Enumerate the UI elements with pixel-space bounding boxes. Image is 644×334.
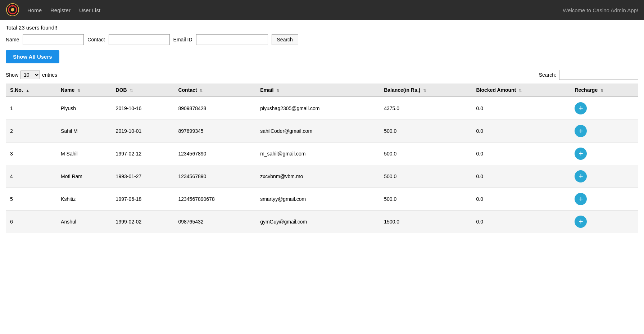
recharge-button[interactable]: + [575,216,587,228]
cell-recharge: + [570,143,638,165]
navbar: Home Register User List Welcome to Casin… [0,0,644,20]
cell-blocked: 0.0 [472,211,571,233]
users-table: S.No. Name DOB Contact Email [6,84,638,233]
table-header: S.No. Name DOB Contact Email [6,84,638,97]
cell-balance: 1500.0 [380,211,472,233]
nav-links: Home Register User List [27,7,100,13]
cell-sno: 4 [6,165,56,188]
cell-blocked: 0.0 [472,97,571,120]
search-button[interactable]: Search [272,34,298,45]
cell-dob: 2019-10-01 [112,120,174,143]
table-row: 4 Moti Ram 1993-01-27 1234567890 zxcvbnm… [6,165,638,188]
cell-name: Kshitiz [56,188,112,211]
show-label: Show [6,72,18,78]
main-content: Total 23 users found!! Name Contact Emai… [0,20,644,238]
entries-control: Show 10 25 50 100 entries [6,71,57,79]
sort-icon-recharge [600,89,603,92]
table-row: 3 M Sahil 1997-02-12 1234567890 m_sahil@… [6,143,638,165]
sort-icon-name [77,89,80,92]
recharge-button[interactable]: + [575,148,587,160]
col-blocked[interactable]: Blocked Amount [472,84,571,97]
nav-register[interactable]: Register [50,7,71,13]
cell-blocked: 0.0 [472,165,571,188]
cell-dob: 1999-02-02 [112,211,174,233]
cell-email: zxcvbnm@vbm.mo [256,165,380,188]
entries-label: entries [42,72,57,78]
recharge-button[interactable]: + [575,125,587,137]
col-dob[interactable]: DOB [112,84,174,97]
cell-sno: 5 [6,188,56,211]
cell-contact: 1234567890678 [174,188,256,211]
cell-contact: 8909878428 [174,97,256,120]
sort-icon-blocked [519,89,522,92]
cell-name: Piyush [56,97,112,120]
sort-icon-dob [130,89,133,92]
cell-contact: 897899345 [174,120,256,143]
recharge-button[interactable]: + [575,170,587,182]
cell-blocked: 0.0 [472,120,571,143]
name-input[interactable] [23,34,84,45]
recharge-button[interactable]: + [575,193,587,205]
cell-contact: 1234567890 [174,143,256,165]
cell-name: M Sahil [56,143,112,165]
cell-recharge: + [570,120,638,143]
col-sno[interactable]: S.No. [6,84,56,97]
cell-email: sahilCoder@gmail.com [256,120,380,143]
search-bar: Name Contact Email ID Search [6,34,638,45]
cell-recharge: + [570,188,638,211]
col-balance[interactable]: Balance(in Rs.) [380,84,472,97]
cell-blocked: 0.0 [472,143,571,165]
cell-email: m_sahil@gmail.com [256,143,380,165]
cell-contact: 098765432 [174,211,256,233]
cell-sno: 6 [6,211,56,233]
col-name[interactable]: Name [56,84,112,97]
table-row: 6 Anshul 1999-02-02 098765432 gymGuy@gma… [6,211,638,233]
cell-dob: 1997-06-18 [112,188,174,211]
show-all-users-button[interactable]: Show All Users [6,50,59,63]
cell-email: smartyy@gmail.com [256,188,380,211]
email-label: Email ID [173,37,192,42]
nav-home[interactable]: Home [27,7,42,13]
svg-point-2 [11,8,14,12]
sort-icon-balance [423,89,426,92]
table-search-label: Search: [539,72,556,78]
cell-blocked: 0.0 [472,188,571,211]
contact-input[interactable] [109,34,170,45]
cell-contact: 1234567890 [174,165,256,188]
table-controls: Show 10 25 50 100 entries Search: [6,70,638,80]
cell-recharge: + [570,211,638,233]
cell-dob: 2019-10-16 [112,97,174,120]
name-label: Name [6,37,19,42]
total-users-text: Total 23 users found!! [6,24,638,31]
cell-dob: 1997-02-12 [112,143,174,165]
cell-name: Anshul [56,211,112,233]
cell-dob: 1993-01-27 [112,165,174,188]
table-row: 5 Kshitiz 1997-06-18 1234567890678 smart… [6,188,638,211]
cell-recharge: + [570,97,638,120]
col-email[interactable]: Email [256,84,380,97]
app-logo [6,3,20,17]
nav-user-list[interactable]: User List [79,7,100,13]
cell-balance: 500.0 [380,165,472,188]
cell-name: Moti Ram [56,165,112,188]
cell-sno: 2 [6,120,56,143]
table-body: 1 Piyush 2019-10-16 8909878428 piyushag2… [6,97,638,233]
email-input[interactable] [196,34,268,45]
table-row: 2 Sahil M 2019-10-01 897899345 sahilCode… [6,120,638,143]
recharge-button[interactable]: + [575,102,587,114]
cell-recharge: + [570,165,638,188]
sort-icon-email [276,89,279,92]
sort-icon-contact [200,89,203,92]
cell-email: gymGuy@gmail.com [256,211,380,233]
entries-select[interactable]: 10 25 50 100 [21,71,40,79]
svg-point-3 [12,5,14,7]
cell-balance: 500.0 [380,188,472,211]
contact-label: Contact [87,37,105,42]
cell-balance: 500.0 [380,143,472,165]
table-row: 1 Piyush 2019-10-16 8909878428 piyushag2… [6,97,638,120]
col-contact[interactable]: Contact [174,84,256,97]
table-search-input[interactable] [559,70,638,80]
cell-balance: 500.0 [380,120,472,143]
sort-icon-sno [26,89,30,92]
col-recharge[interactable]: Recharge [570,84,638,97]
